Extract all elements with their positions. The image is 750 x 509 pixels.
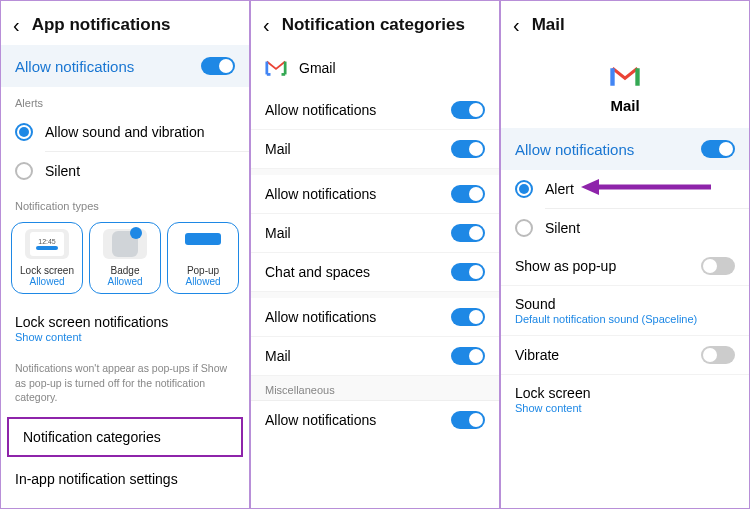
popup-icon [181,229,225,259]
type-lock-label: Lock screen [20,265,74,276]
vibrate-label: Vibrate [515,347,559,363]
chat-label: Chat and spaces [265,264,370,280]
radio-unchecked-icon [15,162,33,180]
allow-label: Allow notifications [15,58,134,75]
type-popup[interactable]: Pop-up Allowed [167,222,239,294]
allow-toggle[interactable] [701,140,735,158]
toggle[interactable] [451,347,485,365]
show-as-popup-row[interactable]: Show as pop-up [501,247,749,286]
type-lock-status: Allowed [29,276,64,287]
silent-label: Silent [545,220,580,236]
allow-label: Allow notifications [265,186,376,202]
allow-toggle[interactable] [201,57,235,75]
popup-label: Show as pop-up [515,258,616,274]
type-lock-screen[interactable]: 12:45 Lock screen Allowed [11,222,83,294]
alert-option[interactable]: Alert [501,170,749,208]
silent-option[interactable]: Silent [1,152,249,190]
allow-notifications-row[interactable]: Allow notifications [1,45,249,87]
chat-spaces-row[interactable]: Chat and spaces [251,253,499,292]
allow-label: Allow notifications [265,412,376,428]
radio-checked-icon [15,123,33,141]
allow-row-4[interactable]: Allow notifications [251,401,499,439]
mail-label: Mail [265,141,291,157]
toggle[interactable] [451,101,485,119]
back-icon[interactable]: ‹ [513,15,520,35]
help-text: Notifications won't appear as pop-ups if… [1,353,249,413]
mail-row-1[interactable]: Mail [251,130,499,169]
mail-row-2[interactable]: Mail [251,214,499,253]
sound-row[interactable]: Sound Default notification sound (Spacel… [501,286,749,336]
mail-label: Mail [265,348,291,364]
page-title: Mail [532,15,565,35]
lock-notif-label: Lock screen notifications [15,314,168,330]
allow-notifications-row[interactable]: Allow notifications [501,128,749,170]
inapp-label: In-app notification settings [15,471,178,487]
alerts-section-label: Alerts [1,87,249,113]
app-header: Mail [501,45,749,128]
allow-label: Allow notifications [265,309,376,325]
badge-icon [103,229,147,259]
allow-row-2[interactable]: Allow notifications [251,175,499,214]
page-title: App notifications [32,15,171,35]
lock-screen-notifications-row[interactable]: Lock screen notifications Show content [1,304,249,353]
back-icon[interactable]: ‹ [13,15,20,35]
allow-row-1[interactable]: Allow notifications [251,91,499,130]
categories-label: Notification categories [23,429,161,445]
back-icon[interactable]: ‹ [263,15,270,35]
mail-row-3[interactable]: Mail [251,337,499,376]
allow-row-3[interactable]: Allow notifications [251,298,499,337]
toggle[interactable] [701,346,735,364]
vibrate-row[interactable]: Vibrate [501,336,749,375]
allow-label: Allow notifications [515,141,634,158]
lock-sub: Show content [515,402,590,414]
lock-screen-icon: 12:45 [25,229,69,259]
toggle[interactable] [451,185,485,203]
toggle[interactable] [451,140,485,158]
toggle[interactable] [701,257,735,275]
app-name: Gmail [299,60,336,76]
toggle[interactable] [451,411,485,429]
sound-sub: Default notification sound (Spaceline) [515,313,697,325]
sound-label: Sound [515,296,697,312]
mail-label: Mail [265,225,291,241]
types-section-label: Notification types [1,190,249,216]
radio-unchecked-icon [515,219,533,237]
lock-screen-row[interactable]: Lock screen Show content [501,375,749,424]
lock-time: 12:45 [38,238,56,245]
allow-label: Allow notifications [265,102,376,118]
header: ‹ Notification categories [251,1,499,45]
toggle[interactable] [451,308,485,326]
in-app-settings-row[interactable]: In-app notification settings [1,461,249,497]
notification-type-cards: 12:45 Lock screen Allowed Badge Allowed … [1,216,249,304]
app-row: Gmail [251,45,499,91]
silent-option[interactable]: Silent [501,209,749,247]
silent-label: Silent [45,163,80,179]
page-title: Notification categories [282,15,465,35]
screen-notification-categories: ‹ Notification categories Gmail Allow no… [250,0,500,509]
type-badge-label: Badge [111,265,140,276]
type-popup-status: Allowed [185,276,220,287]
type-popup-label: Pop-up [187,265,219,276]
toggle[interactable] [451,224,485,242]
misc-section-label: Miscellaneous [251,376,499,401]
sound-vibration-option[interactable]: Allow sound and vibration [1,113,249,151]
notification-categories-row[interactable]: Notification categories [9,419,241,455]
gmail-icon [265,59,287,77]
highlight-notification-categories: Notification categories [7,417,243,457]
app-name: Mail [610,97,639,114]
toggle[interactable] [451,263,485,281]
radio-checked-icon [515,180,533,198]
sound-vibration-label: Allow sound and vibration [45,124,205,140]
header: ‹ Mail [501,1,749,45]
gmail-icon [610,65,640,89]
lock-label: Lock screen [515,385,590,401]
screen-mail: ‹ Mail Mail Allow notifications Alert Si… [500,0,750,509]
header: ‹ App notifications [1,1,249,45]
arrow-annotation-icon [581,176,711,198]
screen-app-notifications: ‹ App notifications Allow notifications … [0,0,250,509]
lock-notif-sub: Show content [15,331,168,343]
type-badge-status: Allowed [107,276,142,287]
alert-label: Alert [545,181,574,197]
type-badge[interactable]: Badge Allowed [89,222,161,294]
